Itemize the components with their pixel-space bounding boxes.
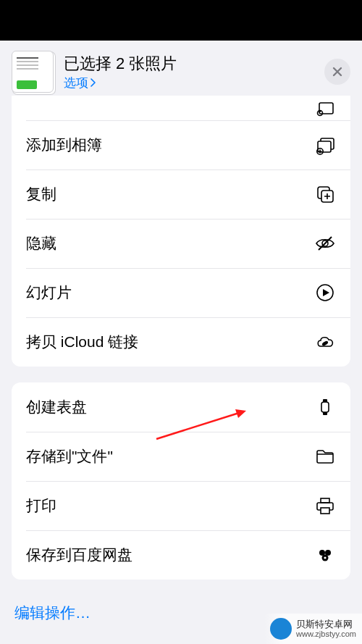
baidu-icon <box>314 544 336 566</box>
photo-thumbnail[interactable] <box>12 51 54 93</box>
play-icon <box>314 282 336 304</box>
hide-icon <box>314 233 336 254</box>
svg-rect-15 <box>321 498 329 503</box>
print-icon <box>314 495 336 517</box>
sheet-header: 已选择 2 张照片 选项 <box>0 41 362 101</box>
folder-icon <box>314 446 336 467</box>
close-icon <box>332 66 343 78</box>
row-label: 幻灯片 <box>26 283 314 303</box>
row-save-to-files[interactable]: 存储到"文件" <box>12 432 350 481</box>
row-add-to-album[interactable]: 添加到相簿 <box>12 120 350 170</box>
album-add-icon <box>314 134 336 156</box>
row-create-watch-face[interactable]: 创建表盘 <box>12 382 350 432</box>
row-save-to-baidu[interactable]: 保存到百度网盘 <box>12 530 350 580</box>
watermark-logo <box>270 618 292 640</box>
row-add-to-shared-album[interactable]: 添加到共享相簿 <box>12 96 350 120</box>
header-text-block: 已选择 2 张照片 选项 <box>64 53 314 91</box>
options-link[interactable]: 选项 <box>64 75 314 91</box>
svg-rect-0 <box>319 103 333 114</box>
shared-album-icon <box>314 97 336 119</box>
chevron-right-icon <box>90 78 96 87</box>
watermark-line2: www.zjbstyy.com <box>296 630 356 638</box>
watch-icon <box>314 396 336 418</box>
row-label: 创建表盘 <box>26 397 314 417</box>
svg-point-10 <box>321 340 329 346</box>
watermark-line1: 贝斯特安卓网 <box>296 619 356 630</box>
row-label: 隐藏 <box>26 233 314 254</box>
row-hide[interactable]: 隐藏 <box>12 219 350 268</box>
svg-rect-16 <box>321 508 329 514</box>
svg-point-2 <box>319 110 321 112</box>
row-label: 存储到"文件" <box>26 446 314 467</box>
edit-actions-label: 编辑操作… <box>14 604 90 621</box>
options-label: 选项 <box>64 75 88 91</box>
row-copy-icloud-link[interactable]: 拷贝 iCloud 链接 <box>12 317 350 367</box>
share-sheet: 已选择 2 张照片 选项 添加到共享相簿 添加到相簿 <box>0 41 362 644</box>
svg-rect-11 <box>321 402 329 412</box>
svg-rect-13 <box>323 412 327 415</box>
cloud-link-icon <box>314 331 336 353</box>
row-print[interactable]: 打印 <box>12 481 350 530</box>
row-label: 复制 <box>26 184 314 204</box>
action-group-2: 创建表盘 存储到"文件" 打印 <box>12 382 350 580</box>
copy-icon <box>314 183 336 205</box>
selection-title: 已选择 2 张照片 <box>64 53 314 75</box>
row-copy[interactable]: 复制 <box>12 170 350 219</box>
row-label: 添加到相簿 <box>26 135 314 155</box>
svg-rect-12 <box>323 399 327 402</box>
status-bar-blackout <box>0 0 362 41</box>
row-label: 拷贝 iCloud 链接 <box>26 332 314 352</box>
row-slideshow[interactable]: 幻灯片 <box>12 268 350 317</box>
row-label: 保存到百度网盘 <box>26 545 314 565</box>
close-button[interactable] <box>324 59 350 85</box>
watermark: 贝斯特安卓网 www.zjbstyy.com <box>264 614 362 644</box>
action-group-1: 添加到共享相簿 添加到相簿 复制 <box>12 96 350 367</box>
svg-point-20 <box>324 556 326 559</box>
row-label: 打印 <box>26 495 314 516</box>
